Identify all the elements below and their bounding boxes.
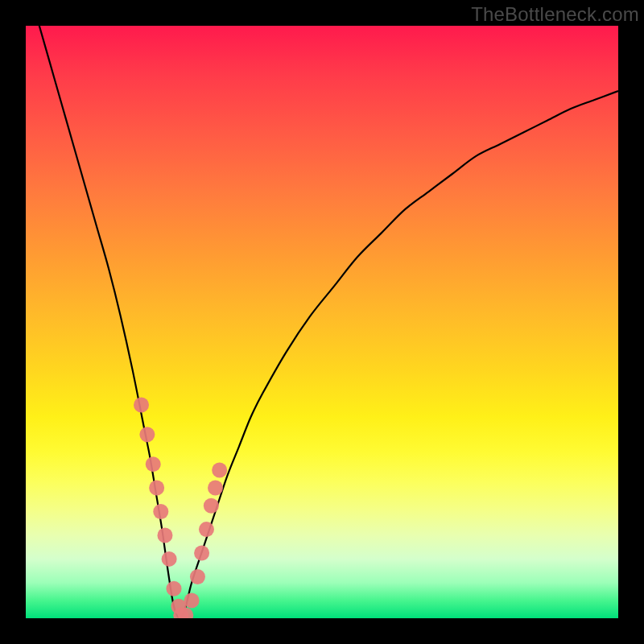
data-marker [134, 398, 149, 413]
data-marker [162, 551, 177, 567]
watermark-text: TheBottleneck.com [471, 3, 639, 26]
data-marker [153, 504, 168, 519]
data-marker [146, 456, 161, 472]
data-marker [194, 546, 209, 561]
data-marker [167, 581, 182, 597]
data-marker [199, 522, 214, 537]
curve-line [26, 26, 618, 618]
data-marker [190, 569, 205, 584]
data-marker [157, 527, 172, 543]
data-marker [139, 427, 155, 442]
data-marker [184, 592, 200, 608]
data-markers [134, 398, 227, 618]
curve-layer [26, 26, 618, 618]
plot-area [26, 26, 618, 618]
chart-frame: TheBottleneck.com [0, 0, 644, 644]
data-marker [208, 481, 223, 496]
bottleneck-curve [26, 26, 618, 618]
data-marker [149, 481, 164, 496]
data-marker [212, 463, 227, 478]
data-marker [204, 498, 219, 514]
